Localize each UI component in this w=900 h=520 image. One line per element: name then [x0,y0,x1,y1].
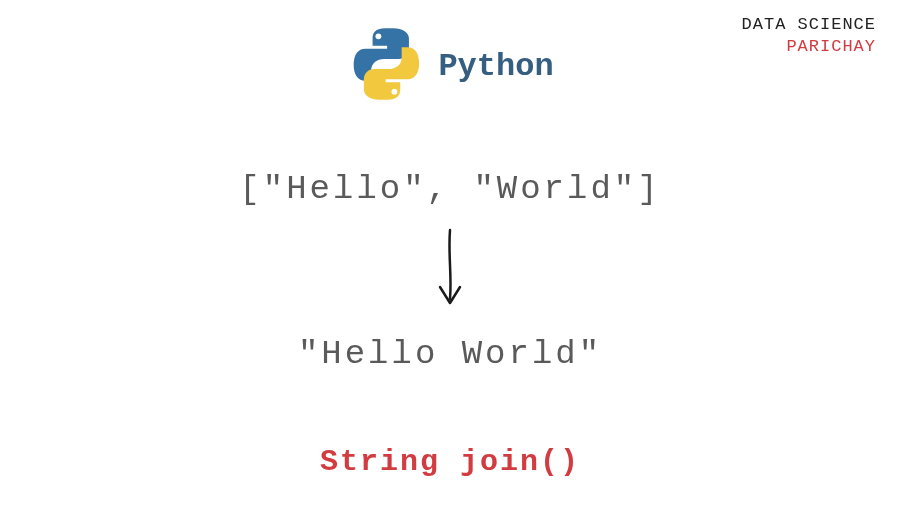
svg-point-0 [375,33,381,39]
python-logo-icon [346,24,426,109]
caption-text: String join() [320,445,580,479]
svg-point-1 [391,89,397,95]
input-list-text: ["Hello", "World"] [239,170,660,208]
language-label: Python [438,48,553,85]
watermark-line2: PARICHAY [742,36,876,58]
header: Python [346,24,553,109]
watermark-line1: DATA SCIENCE [742,14,876,36]
output-string-text: "Hello World" [298,335,602,373]
watermark: DATA SCIENCE PARICHAY [742,14,876,58]
arrow-down-icon [430,225,470,315]
